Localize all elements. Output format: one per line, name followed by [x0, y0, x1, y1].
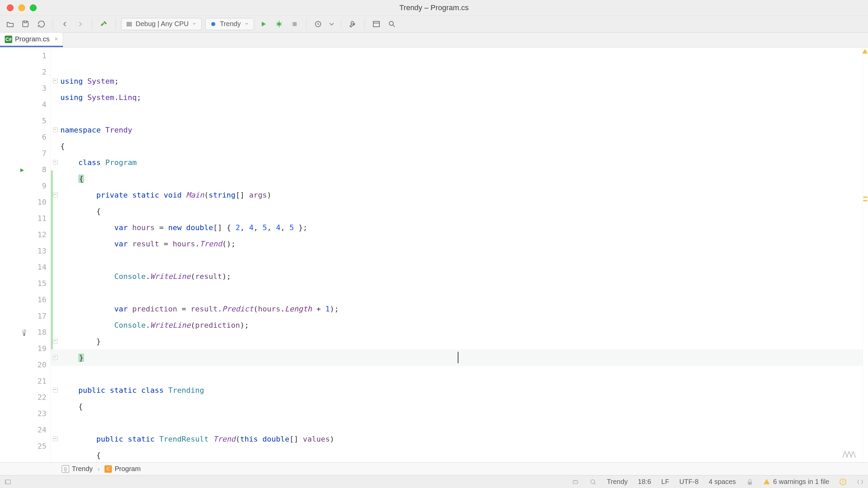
gutter-line[interactable]: 1 [0, 47, 51, 64]
code-line[interactable] [51, 252, 863, 268]
gutter-line[interactable]: 21 [0, 373, 51, 389]
breadcrumb-class[interactable]: C Program [104, 465, 141, 473]
code-line[interactable]: } [51, 333, 863, 349]
nav-forward-button[interactable] [74, 18, 86, 30]
status-encoding[interactable]: UTF-8 [679, 478, 699, 486]
gutter-line[interactable]: 16 [0, 291, 51, 308]
refresh-button[interactable] [35, 18, 47, 30]
code-line[interactable]: { [51, 398, 863, 414]
intention-bulb-icon[interactable]: 💡 [20, 329, 28, 336]
gutter-line[interactable]: 25 [0, 438, 51, 454]
fold-toggle-icon[interactable] [53, 79, 58, 83]
profiler-dropdown[interactable] [328, 18, 336, 30]
status-position[interactable]: 18:6 [638, 478, 651, 486]
vcs-change-marker[interactable] [51, 252, 53, 268]
gutter-line[interactable]: 7 [0, 145, 51, 161]
code-line[interactable]: public static TrendResult Trend(this dou… [51, 431, 863, 447]
warnings-widget[interactable]: 6 warnings in 1 file [764, 478, 829, 486]
fold-toggle-icon[interactable] [53, 436, 58, 441]
tab-program-cs[interactable]: C# Program.cs × [0, 33, 63, 47]
gutter-line[interactable]: 24 [0, 422, 51, 438]
run-target-selector[interactable]: Trendy [205, 18, 254, 30]
ide-scripting-icon[interactable] [856, 478, 864, 486]
fold-toggle-icon[interactable] [53, 388, 58, 392]
open-button[interactable] [4, 18, 16, 30]
status-project[interactable]: Trendy [607, 478, 628, 486]
gutter-line[interactable]: 6 [0, 129, 51, 145]
gutter-line[interactable]: 5 [0, 113, 51, 129]
debug-button[interactable] [273, 18, 285, 30]
vcs-change-marker[interactable] [51, 170, 53, 187]
code-line[interactable]: class Program [51, 154, 863, 170]
gutter-line[interactable]: 23 [0, 405, 51, 422]
gutter-line[interactable]: 17 [0, 308, 51, 324]
search-everywhere-button[interactable] [386, 18, 398, 30]
gutter-line[interactable]: 14 [0, 259, 51, 275]
gutter-line[interactable]: 2 [0, 64, 51, 80]
run-button[interactable] [257, 18, 270, 30]
fold-toggle-icon[interactable] [53, 355, 58, 360]
stop-button[interactable] [289, 18, 301, 30]
memory-indicator-icon[interactable] [572, 478, 579, 486]
vcs-change-marker[interactable] [51, 284, 53, 301]
vcs-change-marker[interactable] [51, 203, 53, 219]
gutter-line[interactable]: 19 [0, 340, 51, 357]
inspection-profile-icon[interactable] [589, 478, 597, 486]
code-line[interactable]: { [51, 203, 863, 219]
gutter-line[interactable]: 9 [0, 178, 51, 194]
status-indent[interactable]: 4 spaces [709, 478, 736, 486]
nav-back-button[interactable] [59, 18, 71, 30]
vcs-change-marker[interactable] [51, 219, 53, 236]
code-line[interactable]: private static void Main(string[] args) [51, 187, 863, 203]
gutter-line[interactable]: 12 [0, 226, 51, 243]
fold-toggle-icon[interactable] [53, 192, 58, 197]
code-line[interactable]: using System; [51, 73, 863, 89]
fold-toggle-icon[interactable] [53, 339, 58, 344]
code-line[interactable] [51, 414, 863, 431]
code-line[interactable]: { [51, 138, 863, 154]
code-line[interactable]: Console.WriteLine(prediction); [51, 317, 863, 333]
gutter-line[interactable]: 22 [0, 389, 51, 405]
code-line[interactable]: public static class Trending [51, 382, 863, 398]
code-line[interactable] [51, 284, 863, 301]
layout-button[interactable] [370, 18, 382, 30]
readonly-lock-icon[interactable] [746, 478, 753, 486]
code-line[interactable] [51, 105, 863, 122]
breadcrumb-namespace[interactable]: Trendy [62, 465, 93, 473]
code-line[interactable] [51, 366, 863, 382]
gutter-line[interactable]: 10 [0, 194, 51, 210]
code-line[interactable]: namespace Trendy [51, 122, 863, 138]
gutter-line[interactable]: 11 [0, 210, 51, 226]
vcs-change-marker[interactable] [51, 236, 53, 252]
code-line[interactable]: { [51, 447, 863, 462]
tool-window-toggle-icon[interactable] [4, 478, 12, 486]
code-line[interactable]: Console.WriteLine(result); [51, 268, 863, 284]
gutter[interactable]: 12345678▶9101112131415161718💡19202122232… [0, 47, 51, 462]
code-line[interactable]: using System.Linq; [51, 89, 863, 105]
code-editor[interactable]: 12345678▶9101112131415161718💡19202122232… [0, 47, 868, 462]
save-all-button[interactable] [20, 18, 32, 30]
code-area[interactable]: ᐱᐱᐱ using System;using System.Linq; name… [51, 47, 863, 462]
warning-marker[interactable] [863, 197, 867, 198]
error-stripe[interactable] [863, 47, 868, 462]
code-line[interactable]: { [51, 170, 863, 187]
gutter-line[interactable]: 15 [0, 275, 51, 291]
inspection-indicator-icon[interactable] [862, 49, 868, 54]
fold-toggle-icon[interactable] [53, 127, 58, 132]
gutter-line[interactable]: 4 [0, 96, 51, 113]
code-line[interactable]: } [51, 349, 863, 366]
gutter-line[interactable]: 3 [0, 80, 51, 96]
code-line[interactable]: var hours = new double[] { 2, 4, 5, 4, 5… [51, 219, 863, 236]
tools-button[interactable] [347, 18, 359, 30]
code-line[interactable]: var prediction = result.Predict(hours.Le… [51, 301, 863, 317]
gutter-line[interactable]: 20 [0, 357, 51, 373]
gutter-line[interactable]: 13 [0, 243, 51, 259]
vcs-change-marker[interactable] [51, 301, 53, 317]
build-button[interactable] [98, 18, 110, 30]
vcs-change-marker[interactable] [51, 317, 53, 333]
status-line-sep[interactable]: LF [661, 478, 669, 486]
gutter-line[interactable]: 18💡 [0, 324, 51, 340]
gutter-line[interactable]: 8▶ [0, 161, 51, 178]
analysis-status-icon[interactable]: ! [840, 479, 846, 485]
code-line[interactable]: var result = hours.Trend(); [51, 236, 863, 252]
